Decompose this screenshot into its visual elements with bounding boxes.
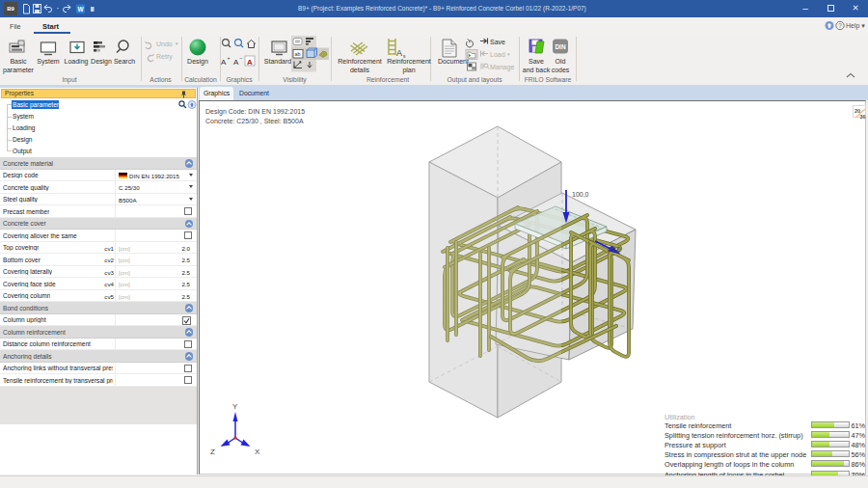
svg-text:▾: ▾: [507, 51, 510, 57]
svg-text:A: A: [221, 58, 227, 67]
svg-text:A: A: [233, 58, 239, 67]
svg-text:Retry: Retry: [156, 53, 173, 61]
svg-text:DIN: DIN: [555, 43, 566, 50]
svg-text:Y: Y: [232, 402, 238, 411]
svg-text:20,0: 20,0: [608, 246, 621, 253]
svg-text:A: A: [247, 58, 253, 67]
svg-text:Undo: Undo: [156, 41, 173, 47]
svg-text:Load: Load: [490, 51, 505, 58]
svg-text:100,0: 100,0: [572, 191, 589, 198]
svg-text:ab: ab: [295, 51, 301, 57]
svg-text:A: A: [396, 48, 402, 58]
svg-text:s: s: [403, 53, 406, 59]
svg-text:W: W: [77, 6, 84, 13]
svg-text:+: +: [228, 55, 231, 61]
svg-text:X: X: [255, 447, 260, 456]
svg-text:Save: Save: [490, 39, 505, 45]
svg-text:Manage: Manage: [490, 64, 514, 71]
svg-text:▾: ▾: [176, 41, 178, 46]
svg-text:–: –: [240, 55, 243, 61]
svg-text:?: ?: [838, 22, 842, 29]
svg-text:Z: Z: [210, 447, 215, 456]
